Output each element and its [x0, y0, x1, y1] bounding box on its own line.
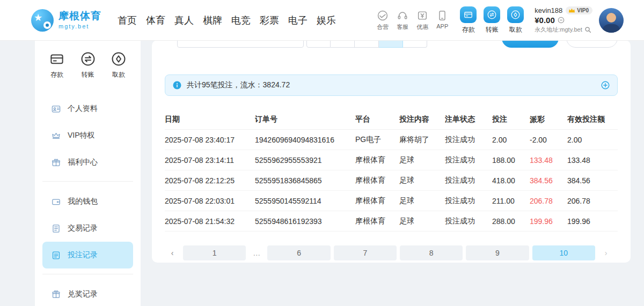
summary-bar: 共计95笔投注，流水：3824.72: [165, 74, 618, 96]
sidebar-withdraw-button[interactable]: 取款: [111, 51, 127, 79]
column-header: 投注内容: [399, 115, 445, 124]
sidebar-item-welfare[interactable]: 福利中心: [42, 149, 133, 176]
column-header: 有效投注额: [567, 115, 618, 124]
nav-item-live[interactable]: 真人: [174, 14, 194, 27]
sidebar-item-profile[interactable]: 个人资料: [42, 95, 133, 122]
avatar[interactable]: [599, 8, 624, 33]
nav-item-entertainment[interactable]: 娱乐: [317, 14, 336, 27]
cell-order-no: 5255948616192393: [255, 217, 355, 226]
withdraw-icon-badge: [507, 6, 524, 23]
sidebar-item-label: 福利中心: [68, 158, 98, 167]
username[interactable]: kevin188: [535, 6, 562, 14]
nav-item-board-games[interactable]: 棋牌: [203, 14, 222, 27]
filter-segment[interactable]: [403, 40, 427, 48]
info-icon: [173, 81, 181, 89]
page-8[interactable]: 8: [400, 245, 463, 260]
permanent-address: 永久地址:mgty.bet: [535, 26, 582, 34]
transfer-icon: [487, 10, 497, 20]
filter-segment-active[interactable]: [379, 40, 403, 48]
cell-payout: -2.00: [530, 136, 567, 144]
header-link-service[interactable]: 客服: [397, 10, 408, 31]
sidebar-deposit-button[interactable]: 存款: [49, 51, 65, 79]
user-info: kevin188 VIP0 ¥0.00 永久地址:mgty.bet: [535, 6, 592, 34]
cell-content: 足球: [399, 155, 445, 165]
cell-bet: 288.00: [492, 217, 530, 226]
transfer-icon: [80, 51, 96, 67]
page-1[interactable]: 1: [183, 245, 246, 260]
page-10[interactable]: 10: [532, 245, 595, 260]
cell-date: 2025-07-08 22:12:25: [165, 176, 255, 185]
header-transfer-button[interactable]: 转账: [484, 6, 500, 34]
bet-table: 日期订单号平台投注内容注单状态投注派彩有效投注额 2025-07-08 23:4…: [165, 110, 618, 232]
logo[interactable]: ★ 摩根体育 mgty.bet: [31, 9, 101, 32]
next-page[interactable]: ›: [598, 245, 613, 260]
nav-item-lottery[interactable]: 彩票: [260, 14, 279, 27]
table-row: 2025-07-08 22:03:015255950145592114摩根体育足…: [165, 191, 618, 211]
avatar-head: [606, 13, 616, 23]
nav-item-sports[interactable]: 体育: [146, 14, 165, 27]
header-link-app[interactable]: APP: [436, 10, 448, 31]
sidebar-quick-label: 转账: [82, 70, 94, 79]
reset-button[interactable]: [566, 40, 618, 48]
cell-date: 2025-07-08 23:14:11: [165, 156, 255, 165]
nav-item-esports[interactable]: 电竞: [231, 14, 251, 27]
redeem-icon: [51, 289, 61, 300]
search-icon[interactable]: [584, 26, 591, 33]
cell-platform: PG电子: [355, 135, 399, 145]
bet-records-icon: [51, 250, 61, 260]
sidebar-item-bet-records[interactable]: 投注记录: [42, 242, 133, 268]
logo-icon: ★: [31, 9, 54, 32]
cell-platform: 摩根体育: [355, 155, 399, 165]
header-deposit-button[interactable]: 存款: [460, 6, 477, 34]
cell-order-no: 1942609694094831616: [255, 136, 355, 144]
cell-content: 足球: [399, 217, 445, 226]
cell-payout: 199.96: [530, 217, 567, 226]
search-button[interactable]: [502, 40, 559, 48]
logo-subtitle: mgty.bet: [58, 23, 101, 29]
menu-group: 个人资料VIP特权福利中心: [42, 94, 133, 182]
header-withdraw-button[interactable]: 取款: [507, 6, 524, 34]
cell-order-no: 5255962955553921: [255, 156, 355, 165]
page-6[interactable]: 6: [267, 245, 330, 260]
column-header: 投注: [492, 115, 530, 124]
filter-segment[interactable]: [331, 40, 355, 48]
nav-item-home[interactable]: 首页: [118, 14, 137, 27]
header-link-partner[interactable]: 合营: [377, 10, 389, 31]
sidebar-transfer-button[interactable]: 转账: [80, 51, 96, 79]
filter-segment[interactable]: [355, 40, 379, 48]
filter-segment[interactable]: [306, 40, 331, 48]
table-row: 2025-07-08 23:14:115255962955553921摩根体育足…: [165, 150, 618, 170]
sidebar-item-label: 投注记录: [68, 250, 98, 260]
filter-segments: [306, 40, 427, 48]
nav-item-slots[interactable]: 电子: [288, 14, 308, 27]
header: ★ 摩根体育 mgty.bet 首页体育真人棋牌电竞彩票电子娱乐 合营客服优惠A…: [0, 0, 644, 40]
sidebar-item-redeem[interactable]: 兑奖记录: [42, 281, 133, 306]
page-9[interactable]: 9: [466, 245, 529, 260]
table-body: 2025-07-08 23:40:171942609694094831616PG…: [165, 130, 618, 232]
withdraw-icon: [111, 51, 127, 67]
table-row: 2025-07-08 22:12:255255951836845865摩根体育足…: [165, 170, 618, 191]
refresh-balance-icon[interactable]: [558, 17, 565, 24]
pagination: ‹1…678910›: [165, 245, 618, 260]
header-link-promo[interactable]: 优惠: [416, 10, 428, 31]
sidebar-item-transactions[interactable]: 交易记录: [42, 215, 133, 242]
menu-group: 我的钱包交易记录投注记录: [42, 187, 133, 274]
wallet-action-label: 取款: [509, 25, 522, 34]
page-7[interactable]: 7: [334, 245, 397, 260]
cell-status: 投注成功: [445, 217, 492, 226]
table-header: 日期订单号平台投注内容注单状态投注派彩有效投注额: [165, 110, 618, 130]
vip-badge[interactable]: VIP0: [566, 6, 592, 14]
wallet-icon: [51, 197, 61, 207]
menu-group: 兑奖记录: [42, 280, 133, 306]
sidebar-item-wallet[interactable]: 我的钱包: [42, 188, 133, 215]
cell-bet: 2.00: [492, 136, 530, 144]
cell-bet: 211.00: [492, 197, 530, 205]
bet-records-card: 共计95笔投注，流水：3824.72 日期订单号平台投注内容注单状态投注派彩有效…: [152, 40, 631, 263]
prev-page[interactable]: ‹: [165, 245, 180, 260]
column-header: 注单状态: [445, 115, 492, 124]
sidebar-item-vip[interactable]: VIP特权: [42, 122, 133, 149]
expand-icon[interactable]: [601, 81, 610, 89]
cell-content: 麻将胡了: [399, 135, 445, 145]
filter-input[interactable]: [177, 40, 304, 48]
filters-row: [152, 40, 631, 48]
